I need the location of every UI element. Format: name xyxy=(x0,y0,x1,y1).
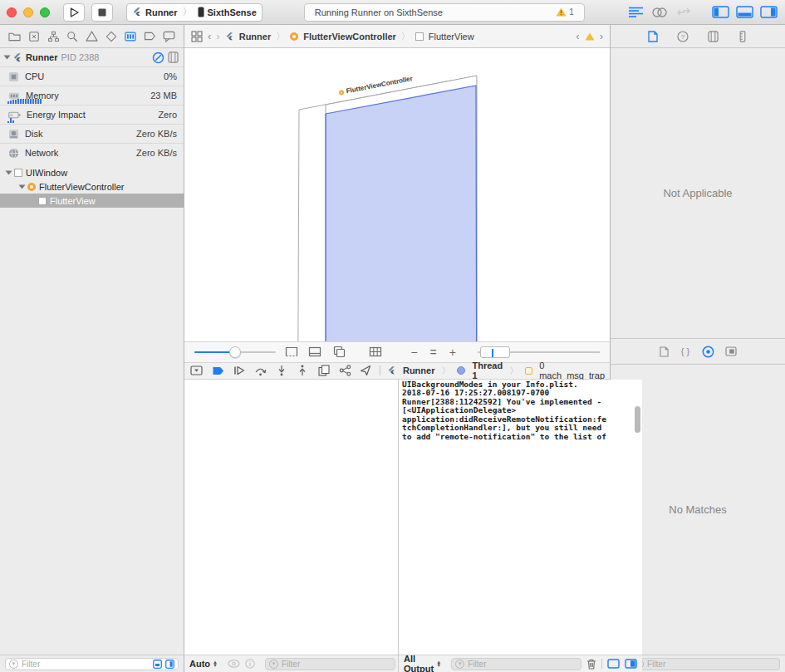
tree-row-uiwindow[interactable]: UIWindow xyxy=(0,165,184,179)
navigator-filter-field[interactable]: ▾ xyxy=(5,658,179,670)
warning-badge[interactable]: 1 xyxy=(556,7,574,17)
canvas-grid-button[interactable] xyxy=(367,345,384,360)
hide-debug-area-button[interactable] xyxy=(189,363,204,378)
report-navigator-icon[interactable] xyxy=(159,28,179,45)
show-constraints-button[interactable] xyxy=(307,345,324,360)
show-variables-view-button[interactable] xyxy=(607,659,620,669)
toggle-debug-area-button[interactable] xyxy=(734,5,754,20)
process-row[interactable]: Runner PID 2388 xyxy=(0,48,184,66)
disclosure-triangle-icon[interactable] xyxy=(4,56,11,60)
jumpbar-crumb-target[interactable]: Runner xyxy=(239,32,272,42)
breakpoint-navigator-icon[interactable] xyxy=(140,28,159,45)
step-into-button[interactable] xyxy=(274,363,288,378)
source-control-navigator-icon[interactable] xyxy=(24,28,43,45)
code-snippet-library-icon[interactable]: { } xyxy=(680,346,691,357)
zoom-out-button[interactable]: − xyxy=(408,346,419,359)
zoom-in-button[interactable]: + xyxy=(447,346,459,359)
debug-view-hierarchy-button[interactable] xyxy=(316,363,331,378)
disclosure-triangle-icon[interactable] xyxy=(6,170,12,174)
toggle-inspector-button[interactable] xyxy=(758,5,778,20)
gauge-row-memory[interactable]: Memory 23 MB xyxy=(0,86,184,105)
assistant-editor-button[interactable] xyxy=(650,5,670,20)
close-window-button[interactable] xyxy=(7,7,17,17)
related-items-icon[interactable] xyxy=(191,31,203,42)
warning-icon[interactable] xyxy=(585,32,595,41)
console-filter-input[interactable] xyxy=(468,660,577,669)
tree-row-flutterview[interactable]: FlutterView xyxy=(0,194,184,208)
gauge-row-network[interactable]: Network Zero KB/s xyxy=(0,143,184,162)
console-output[interactable]: UIBackgroundModes in your Info.plist.201… xyxy=(399,380,642,655)
size-inspector-icon[interactable] xyxy=(733,28,753,45)
step-over-button[interactable] xyxy=(253,363,267,378)
debugbar-crumb-frame[interactable]: 0 mach_msg_trap xyxy=(539,361,605,380)
debugbar-crumb-thread[interactable]: Thread 1 xyxy=(472,361,503,380)
range-handles-icon[interactable] xyxy=(480,346,510,358)
go-forward-button[interactable]: › xyxy=(216,30,219,42)
version-editor-button[interactable] xyxy=(674,5,694,20)
previous-issue-button[interactable]: ‹ xyxy=(576,30,579,42)
run-button[interactable] xyxy=(63,3,85,22)
quicklook-eye-icon[interactable] xyxy=(228,660,240,668)
info-icon[interactable] xyxy=(245,659,255,669)
navigator-filter-input[interactable] xyxy=(22,660,150,669)
variables-empty-area[interactable] xyxy=(184,380,398,655)
zoom-actual-button[interactable]: = xyxy=(428,346,439,359)
jumpbar-crumb-view[interactable]: FlutterView xyxy=(429,32,474,42)
pause-process-icon[interactable] xyxy=(152,52,164,64)
symbol-navigator-icon[interactable] xyxy=(43,28,62,45)
debugbar-crumb-process[interactable]: Runner xyxy=(403,365,435,375)
project-navigator-icon[interactable] xyxy=(5,28,24,45)
breakpoints-toggle-button[interactable] xyxy=(210,363,224,378)
console-filter-field[interactable]: ▾ xyxy=(451,658,581,670)
stop-button[interactable] xyxy=(91,3,113,22)
tree-row-flutterviewcontroller[interactable]: FlutterViewController xyxy=(0,179,184,194)
variables-scope-selector[interactable]: Auto ▲▼ xyxy=(189,659,218,669)
memory-graph-button[interactable] xyxy=(337,363,351,378)
file-inspector-icon[interactable] xyxy=(643,28,663,45)
show-views-only-icon[interactable] xyxy=(165,660,174,669)
go-back-button[interactable]: ‹ xyxy=(208,30,211,42)
object-inspector-icon[interactable] xyxy=(703,28,723,45)
quick-help-inspector-icon[interactable]: ? xyxy=(673,28,693,45)
disclosure-triangle-icon[interactable] xyxy=(19,184,26,189)
spacing-slider[interactable] xyxy=(194,346,276,358)
next-issue-button[interactable]: › xyxy=(600,30,603,42)
scheme-selector[interactable]: Runner 〉 SixthSense xyxy=(126,3,262,22)
test-navigator-icon[interactable] xyxy=(101,28,120,45)
show-clipped-content-button[interactable] xyxy=(283,345,300,360)
inspector-tab-bar: ? xyxy=(611,25,785,48)
show-console-view-button[interactable] xyxy=(625,659,637,669)
show-debugged-only-icon[interactable] xyxy=(153,660,162,669)
visible-range-slider[interactable] xyxy=(478,346,600,358)
variables-filter-field[interactable]: ▾ xyxy=(265,658,395,670)
media-library-icon[interactable] xyxy=(725,346,737,356)
file-template-library-icon[interactable] xyxy=(660,346,669,357)
clear-console-trash-icon[interactable] xyxy=(586,659,596,670)
variables-filter-input[interactable] xyxy=(282,660,391,669)
slider-thumb-icon[interactable] xyxy=(229,346,241,358)
console-scrollbar[interactable] xyxy=(635,406,640,433)
view-controller-icon xyxy=(290,32,298,41)
gauge-row-energy[interactable]: Energy Impact Zero xyxy=(0,105,184,124)
toggle-navigator-button[interactable] xyxy=(710,5,730,20)
view-debugger-canvas[interactable]: FlutterViewController xyxy=(184,48,610,341)
standard-editor-button[interactable] xyxy=(626,5,645,20)
library-filter-field[interactable]: ▾ xyxy=(630,658,780,670)
issue-navigator-icon[interactable] xyxy=(82,28,101,45)
console-scope-selector[interactable]: All Output ▲▼ xyxy=(404,654,441,672)
jumpbar-crumb-controller[interactable]: FlutterViewController xyxy=(303,32,396,42)
object-library-icon[interactable] xyxy=(702,346,714,358)
orient-to-2d-button[interactable] xyxy=(331,345,347,360)
library-filter-input[interactable] xyxy=(647,660,776,669)
minimize-window-button[interactable] xyxy=(23,7,33,17)
gauge-row-disk[interactable]: Disk Zero KB/s xyxy=(0,124,184,143)
debug-navigator-icon[interactable] xyxy=(120,28,140,45)
step-out-button[interactable] xyxy=(295,363,309,378)
continue-execution-button[interactable] xyxy=(232,363,246,378)
view-debugger-badge-icon[interactable] xyxy=(168,52,179,63)
zoom-window-button[interactable] xyxy=(40,7,50,17)
simulate-location-button[interactable] xyxy=(359,363,373,378)
flutterview-plane[interactable] xyxy=(326,86,477,341)
find-navigator-icon[interactable] xyxy=(63,28,82,45)
gauge-row-cpu[interactable]: CPU 0% xyxy=(0,66,184,86)
